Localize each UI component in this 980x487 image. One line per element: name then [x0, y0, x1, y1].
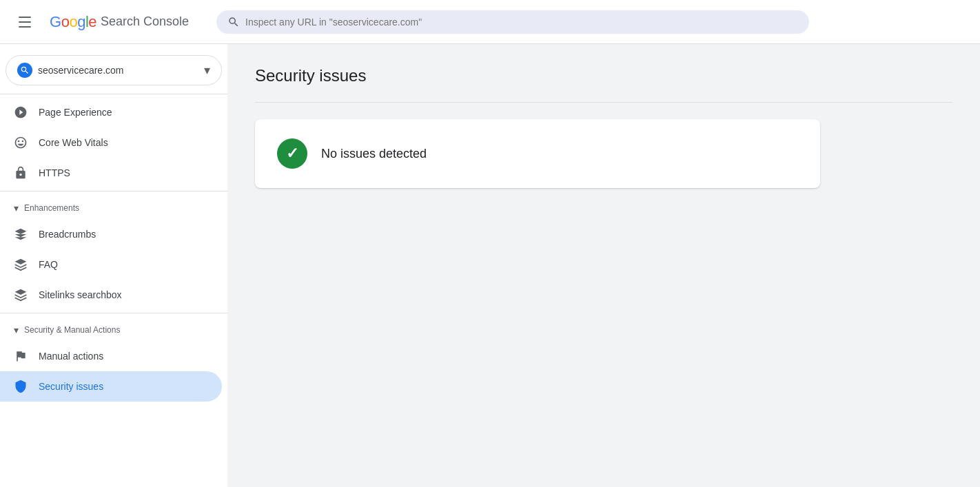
google-logo: Google [50, 13, 96, 31]
sidebar-item-breadcrumbs[interactable]: Breadcrumbs [0, 219, 222, 249]
url-inspect-input[interactable] [245, 17, 798, 28]
faq-label: FAQ [39, 259, 58, 270]
site-selector-dropdown-icon: ▾ [204, 63, 210, 78]
security-issues-icon [14, 380, 28, 393]
site-icon [17, 63, 32, 78]
security-issues-label: Security issues [39, 381, 103, 392]
sidebar-divider-2 [0, 191, 227, 191]
checkmark: ✓ [286, 145, 298, 163]
site-selector[interactable]: seoservicecare.com ▾ [6, 55, 222, 85]
page-experience-label: Page Experience [39, 107, 112, 118]
hamburger-menu-button[interactable] [11, 8, 39, 36]
hamburger-line-1 [19, 17, 31, 18]
breadcrumbs-label: Breadcrumbs [39, 229, 96, 240]
sidebar-item-sitelinks-searchbox[interactable]: Sitelinks searchbox [0, 280, 222, 310]
https-icon [14, 166, 28, 180]
sidebar-item-https[interactable]: HTTPS [0, 158, 222, 188]
search-small-icon [20, 65, 30, 75]
logo-area: Google Search Console [50, 13, 189, 31]
enhancements-section-header[interactable]: ▾ Enhancements [0, 194, 227, 219]
no-issues-card: ✓ No issues detected [255, 119, 820, 188]
core-web-vitals-icon [14, 136, 28, 149]
hamburger-line-2 [19, 21, 31, 23]
app-title: Search Console [101, 14, 189, 29]
page-experience-icon [14, 105, 28, 119]
https-label: HTTPS [39, 167, 70, 178]
sidebar-item-page-experience[interactable]: Page Experience [0, 97, 222, 127]
security-manual-actions-section-header[interactable]: ▾ Security & Manual Actions [0, 316, 227, 341]
search-bar [216, 10, 809, 34]
page-title: Security issues [255, 66, 952, 85]
sidebar-item-core-web-vitals[interactable]: Core Web Vitals [0, 127, 222, 158]
sitelinks-icon [14, 288, 28, 302]
sidebar: seoservicecare.com ▾ Page Experience Cor… [0, 44, 227, 487]
faq-icon [14, 258, 28, 271]
sidebar-item-manual-actions[interactable]: Manual actions [0, 341, 222, 371]
site-name: seoservicecare.com [38, 65, 198, 76]
content-divider [255, 102, 952, 103]
enhancements-label: Enhancements [24, 203, 79, 213]
search-icon [227, 16, 240, 28]
search-input-wrapper [216, 10, 809, 34]
sidebar-divider-3 [0, 313, 227, 313]
manual-actions-icon [14, 349, 28, 363]
app-header: Google Search Console [0, 0, 980, 44]
main-content: Security issues ✓ No issues detected [227, 44, 980, 487]
security-chevron-down-icon: ▾ [14, 324, 19, 335]
no-issues-text: No issues detected [321, 147, 427, 161]
breadcrumbs-icon [14, 227, 28, 241]
main-layout: seoservicecare.com ▾ Page Experience Cor… [0, 44, 980, 487]
sidebar-item-faq[interactable]: FAQ [0, 249, 222, 280]
manual-actions-label: Manual actions [39, 351, 103, 362]
hamburger-line-3 [19, 26, 31, 28]
sidebar-divider-1 [0, 94, 227, 94]
security-manual-actions-label: Security & Manual Actions [24, 325, 120, 335]
sitelinks-searchbox-label: Sitelinks searchbox [39, 289, 122, 300]
core-web-vitals-label: Core Web Vitals [39, 137, 108, 148]
check-circle-icon: ✓ [277, 138, 307, 169]
chevron-down-icon: ▾ [14, 203, 19, 214]
sidebar-item-security-issues[interactable]: Security issues [0, 371, 222, 402]
